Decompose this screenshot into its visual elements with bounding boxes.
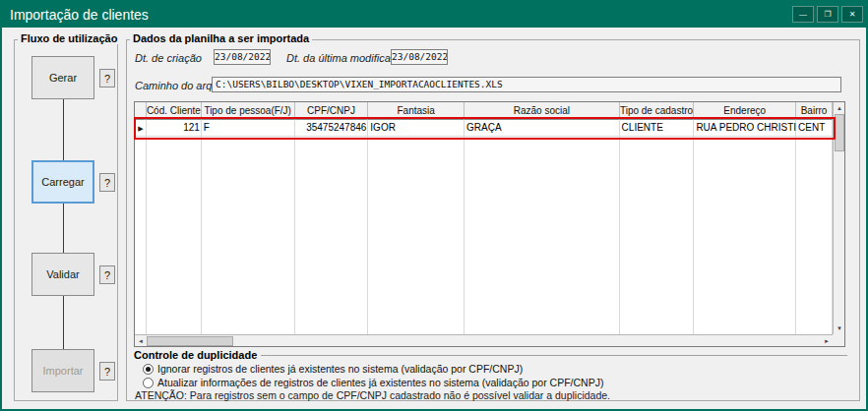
- scroll-right-button[interactable]: ►: [821, 335, 833, 347]
- scroll-right-icon: ►: [824, 338, 830, 344]
- scroll-left-icon: ◄: [138, 338, 144, 344]
- scroll-down-icon: ▼: [837, 325, 842, 331]
- horizontal-scrollbar[interactable]: ◄ ►: [135, 334, 833, 346]
- window-controls: — ❐ ✕: [792, 6, 863, 23]
- modified-date-label: Dt. da última modificação: [286, 52, 408, 64]
- help-button-carregar[interactable]: ?: [99, 173, 115, 192]
- creation-date-field[interactable]: 23/08/2022: [214, 49, 271, 65]
- cell-cpf-cnpj: 35475247846: [295, 120, 369, 136]
- flow-groupbox-title: Fluxo de utilização: [18, 32, 120, 44]
- scroll-down-button[interactable]: ▼: [834, 323, 845, 334]
- cell-endereco: RUA PEDRO CHRISTIE: [694, 120, 796, 136]
- file-path-field[interactable]: C:\USERS\BILBO\DESKTOP\VIXEN_IMPORTACAOC…: [212, 77, 841, 92]
- header-marker: [135, 102, 147, 120]
- header-tipo-cadastro[interactable]: Tipo de cadastro: [620, 102, 695, 120]
- data-groupbox-title: Dados da planilha a ser importada: [130, 32, 312, 44]
- header-cod-cliente[interactable]: Cód. Cliente: [147, 102, 202, 120]
- cell-cod-cliente: 121: [147, 120, 202, 136]
- header-tipo-pessoa[interactable]: Tipo de pessoa(F/J): [202, 102, 295, 120]
- scroll-left-button[interactable]: ◄: [135, 335, 147, 347]
- minimize-button[interactable]: —: [792, 6, 814, 23]
- duplicity-title: Controle de duplicidade: [134, 349, 257, 361]
- cell-fantasia: IGOR: [368, 120, 465, 136]
- duplicity-radio-atualizar-label[interactable]: Atualizar informações de registros de cl…: [157, 377, 603, 388]
- scroll-up-icon: ▲: [837, 105, 842, 111]
- header-cpf-cnpj[interactable]: CPF/CNPJ: [295, 102, 369, 120]
- duplicity-radio-ignorar[interactable]: [143, 364, 154, 375]
- help-button-importar[interactable]: ?: [99, 362, 115, 381]
- v-scroll-thumb[interactable]: [835, 114, 844, 151]
- header-razao-social[interactable]: Razão social: [465, 102, 620, 120]
- duplicity-separator: [261, 355, 847, 356]
- creation-date-label: Dt. de criação: [135, 52, 202, 64]
- header-bairro[interactable]: Bairro: [796, 102, 833, 120]
- duplicity-radio-atualizar[interactable]: [143, 378, 154, 388]
- table-row[interactable]: ▶ 121 F 35475247846 IGOR GRAÇA CLIENTE R…: [135, 120, 833, 137]
- titlebar[interactable]: Importação de clientes: [2, 2, 866, 28]
- cell-tipo-cadastro: CLIENTE: [620, 120, 695, 136]
- clients-grid: Cód. Cliente Tipo de pessoa(F/J) CPF/CNP…: [134, 101, 845, 347]
- scroll-up-button[interactable]: ▲: [834, 102, 845, 114]
- radio-dot-icon: [146, 367, 151, 372]
- duplicity-radio-ignorar-label[interactable]: Ignorar registros de clientes já existen…: [157, 363, 523, 375]
- data-groupbox: Dados da planilha a ser importada Dt. de…: [126, 39, 860, 401]
- maximize-button[interactable]: ❐: [817, 6, 838, 23]
- flow-step-carregar[interactable]: Carregar: [31, 160, 94, 204]
- flow-step-importar[interactable]: Importar: [31, 349, 94, 392]
- flow-step-validar[interactable]: Validar: [31, 253, 94, 296]
- window-title: Importação de clientes: [10, 7, 149, 23]
- maximize-icon: ❐: [824, 10, 831, 19]
- grid-body: [135, 120, 833, 334]
- current-row-marker-icon: ▶: [135, 120, 147, 136]
- flow-groupbox: Fluxo de utilização Gerar ? Carregar ? V…: [14, 39, 118, 401]
- app-window: Importação de clientes — ❐ ✕ Fluxo de ut…: [0, 0, 868, 411]
- cell-razao-social: GRAÇA: [465, 120, 620, 136]
- minimize-icon: —: [799, 10, 807, 19]
- h-scroll-thumb[interactable]: [147, 336, 233, 346]
- flow-step-gerar[interactable]: Gerar: [31, 56, 94, 99]
- cell-tipo-pessoa: F: [202, 120, 295, 136]
- scrollbar-corner: [833, 334, 844, 346]
- close-icon: ✕: [849, 10, 856, 19]
- help-button-gerar[interactable]: ?: [99, 69, 115, 88]
- close-button[interactable]: ✕: [841, 6, 863, 23]
- modified-date-field[interactable]: 23/08/2022: [391, 49, 448, 65]
- flow-connector-line: [63, 60, 64, 377]
- cell-bairro: CENT: [796, 120, 833, 136]
- help-button-validar[interactable]: ?: [99, 265, 115, 284]
- warning-text: ATENÇÃO: Para registros sem o campo de C…: [135, 389, 610, 401]
- header-endereco[interactable]: Endereço: [694, 102, 796, 120]
- vertical-scrollbar[interactable]: ▲ ▼: [833, 102, 844, 334]
- header-fantasia[interactable]: Fantasia: [368, 102, 465, 120]
- grid-header: Cód. Cliente Tipo de pessoa(F/J) CPF/CNP…: [135, 102, 833, 120]
